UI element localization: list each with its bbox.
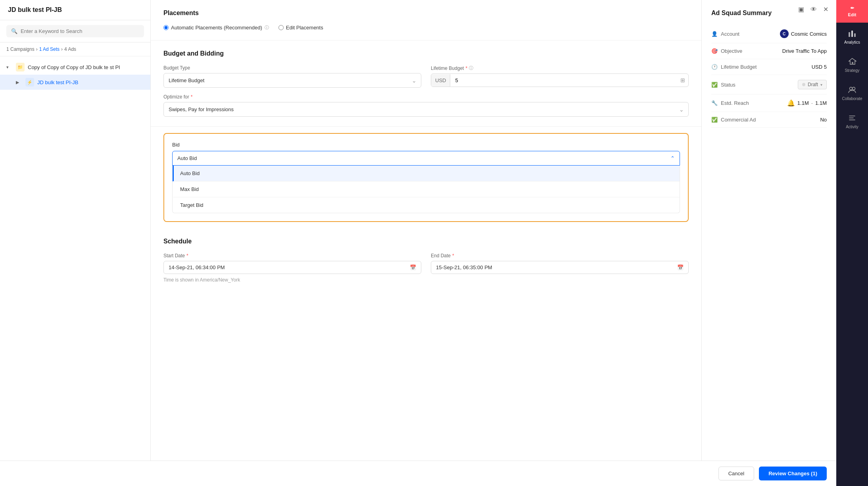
schedule-title: Schedule: [163, 238, 689, 245]
nav-activity[interactable]: Activity: [836, 107, 868, 135]
currency-prefix: USD: [431, 74, 450, 87]
bid-dropdown[interactable]: Auto Bid ⌃: [172, 151, 680, 166]
lifetime-budget-input-wrap: USD ⊞: [431, 73, 689, 87]
svg-rect-1: [851, 31, 853, 37]
preview-button[interactable]: 👁: [810, 6, 817, 13]
budget-value-input[interactable]: [450, 74, 677, 87]
summary-row-reach: 🔧 Estd. Reach 🔔 1.1M - 1.1M: [711, 94, 827, 112]
start-date-label: Start Date *: [163, 253, 421, 258]
edit-icon: ✏: [851, 6, 854, 11]
placements-title: Placements: [163, 10, 689, 17]
budget-type-select-container: Lifetime Budget Daily Budget: [163, 73, 421, 88]
end-date-field[interactable]: 15-Sep-21, 06:35:00 PM 📅: [431, 261, 689, 274]
start-date-value: 14-Sep-21, 06:34:00 PM: [169, 264, 410, 270]
status-badge-value: Draft: [808, 82, 818, 87]
bid-selected-value: Auto Bid: [177, 155, 197, 161]
lifetime-budget-label: Lifetime Budget * ⓘ: [431, 65, 689, 71]
breadcrumb-sep1: ›: [36, 46, 38, 52]
tree-arrow-copy: ▾: [6, 65, 13, 70]
end-date-calendar-icon: 📅: [677, 264, 684, 270]
summary-key-status: ✅ Status: [711, 82, 735, 88]
ad-squad-summary-panel: Ad Squad Summary 👤 Account C Cosmic Comi…: [701, 0, 836, 486]
lifetime-budget-info-icon[interactable]: ⓘ: [469, 65, 473, 71]
tree-item-jd-bulk[interactable]: ▶ ⚡ JD bulk test PI-JB ✏ ⋮: [0, 75, 150, 90]
bid-dropdown-arrow-icon: ⌃: [670, 155, 675, 161]
more-tree-item-button[interactable]: ⋮: [137, 79, 144, 86]
analytics-icon: [848, 29, 856, 38]
edit-tree-item-button[interactable]: ✏: [130, 79, 136, 86]
bid-option-target[interactable]: Target Bid: [173, 197, 680, 213]
calendar-input-icon[interactable]: ⊞: [677, 74, 688, 87]
summary-row-lifetime-budget: 🕐 Lifetime Budget USD 5: [711, 59, 827, 75]
tree-item-copy-campaign[interactable]: ▾ 📁 Copy of Copy of Copy of JD bulk te s…: [0, 60, 150, 75]
status-badge[interactable]: Draft ▾: [798, 80, 827, 89]
date-row: Start Date * 14-Sep-21, 06:34:00 PM 📅 En…: [163, 253, 689, 274]
budget-row: Budget Type Lifetime Budget Daily Budget…: [163, 65, 689, 88]
nav-strategy[interactable]: Strategy: [836, 51, 868, 79]
summary-row-status: ✅ Status Draft ▾: [711, 75, 827, 94]
optimize-required: *: [191, 94, 193, 100]
auto-placement-label: Automatic Placements (Recommended): [171, 25, 262, 31]
edit-placement-option[interactable]: Edit Placements: [278, 25, 323, 31]
status-dropdown-arrow-icon: ▾: [820, 83, 822, 87]
summary-key-objective: 🎯 Objective: [711, 48, 742, 54]
budget-section: Budget and Bidding Budget Type Lifetime …: [151, 40, 701, 127]
auto-placement-radio[interactable]: [163, 25, 169, 30]
account-icon: 👤: [711, 31, 718, 37]
bid-option-max[interactable]: Max Bid: [173, 181, 680, 197]
reach-bell-icon: 🔔: [787, 99, 795, 107]
cancel-button[interactable]: Cancel: [718, 467, 754, 480]
start-date-group: Start Date * 14-Sep-21, 06:34:00 PM 📅: [163, 253, 421, 274]
strategy-icon: [848, 57, 856, 66]
tree-arrow-jd: ▶: [16, 80, 22, 85]
account-avatar: C: [780, 29, 789, 38]
lifetime-budget-required: *: [465, 66, 467, 71]
auto-placement-info-icon[interactable]: ⓘ: [265, 25, 269, 31]
auto-placement-option[interactable]: Automatic Placements (Recommended) ⓘ: [163, 25, 269, 31]
reach-icon: 🔧: [711, 100, 718, 106]
panel-toggle-button[interactable]: ▣: [798, 6, 804, 13]
status-icon: ✅: [711, 82, 718, 88]
end-date-label: End Date *: [431, 253, 689, 258]
budget-type-label: Budget Type: [163, 65, 421, 71]
nav-analytics[interactable]: Analytics: [836, 23, 868, 51]
bid-option-auto[interactable]: Auto Bid: [173, 166, 680, 181]
lifetime-budget-group: Lifetime Budget * ⓘ USD ⊞: [431, 65, 689, 88]
summary-value-lifetime-budget: USD 5: [812, 64, 827, 70]
svg-rect-2: [854, 33, 856, 37]
schedule-section: Schedule Start Date * 14-Sep-21, 06:34:0…: [151, 228, 701, 292]
end-date-group: End Date * 15-Sep-21, 06:35:00 PM 📅: [431, 253, 689, 274]
summary-value-commercial: No: [820, 117, 827, 123]
analytics-label: Analytics: [844, 40, 860, 44]
breadcrumb-ad-sets: 1 Ad Sets: [39, 46, 60, 52]
activity-icon: [848, 114, 856, 122]
start-date-calendar-icon: 📅: [410, 264, 416, 270]
sidebar: JD bulk test PI-JB 🔍 1 Campaigns › 1 Ad …: [0, 0, 151, 486]
budget-type-select[interactable]: Lifetime Budget Daily Budget: [163, 73, 421, 88]
budget-type-group: Budget Type Lifetime Budget Daily Budget: [163, 65, 421, 88]
search-icon: 🔍: [11, 28, 17, 34]
start-date-field[interactable]: 14-Sep-21, 06:34:00 PM 📅: [163, 261, 421, 274]
edit-placement-radio[interactable]: [278, 25, 284, 30]
optimize-select[interactable]: Swipes, Pay for Impressions Impressions …: [163, 102, 689, 117]
edit-button[interactable]: ✏ Edit: [836, 0, 868, 23]
breadcrumb-sep2: ›: [61, 46, 63, 52]
budget-title: Budget and Bidding: [163, 50, 689, 57]
reach-max-value: 1.1M: [815, 100, 827, 106]
end-date-value: 15-Sep-21, 06:35:00 PM: [436, 264, 677, 270]
sidebar-header: JD bulk test PI-JB: [0, 0, 150, 20]
summary-value-account: C Cosmic Comics: [780, 29, 827, 38]
tree-label-jd: JD bulk test PI-JB: [37, 79, 127, 85]
status-dot: [802, 83, 805, 86]
review-changes-button[interactable]: Review Changes (1): [759, 467, 827, 480]
nav-collaborate[interactable]: Collaborate: [836, 79, 868, 107]
window-chrome: ▣ 👁 ✕: [790, 0, 836, 19]
summary-value-objective: Drive Traffic To App: [782, 48, 827, 54]
summary-key-commercial: ✅ Commercial Ad: [711, 117, 756, 123]
strategy-label: Strategy: [845, 68, 859, 73]
edit-placement-label: Edit Placements: [286, 25, 323, 31]
search-input[interactable]: [21, 28, 139, 34]
optimize-label: Optimize for *: [163, 94, 689, 100]
footer: Cancel Review Changes (1): [0, 461, 836, 486]
close-button[interactable]: ✕: [823, 6, 828, 13]
